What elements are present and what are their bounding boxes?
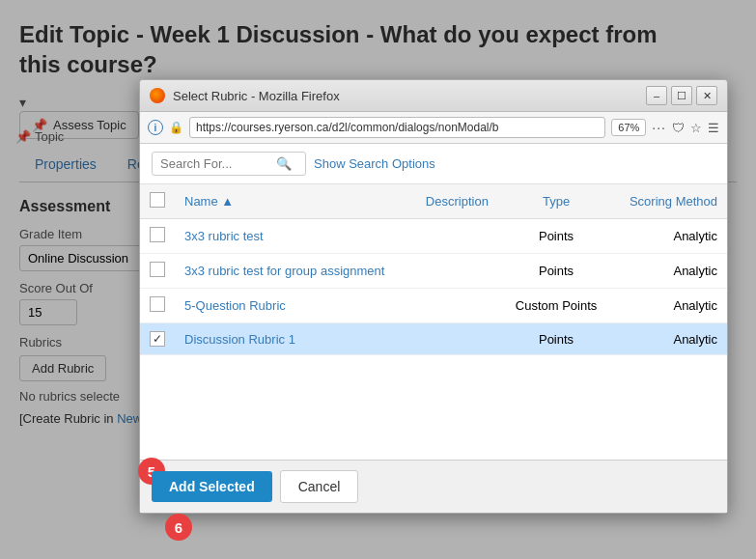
table-row: 3x3 rubric test for group assignment Poi…	[140, 254, 727, 289]
close-button[interactable]: ✕	[696, 86, 717, 105]
row4-checkbox[interactable]: ✓	[150, 331, 165, 347]
select-all-checkbox[interactable]	[150, 192, 165, 208]
row1-type-cell: Points	[501, 219, 610, 254]
firefox-logo-icon	[150, 88, 165, 103]
row3-desc-cell	[412, 289, 501, 323]
table-header-row: Name ▲ Description Type Scoring Method	[140, 184, 727, 219]
bookmark-icon[interactable]: ☆	[690, 121, 702, 135]
minimize-button[interactable]: –	[646, 86, 667, 105]
row4-scoring-cell: Analytic	[611, 323, 727, 355]
row1-check-cell	[140, 219, 175, 254]
show-search-options-link[interactable]: Show Search Options	[314, 156, 435, 171]
row3-name-link[interactable]: 5-Question Rubric	[184, 298, 286, 313]
row2-name-cell: 3x3 rubric test for group assignment	[175, 254, 412, 289]
description-col-header: Description	[412, 184, 501, 219]
row2-checkbox[interactable]	[150, 262, 165, 277]
rubric-table: Name ▲ Description Type Scoring Method 3…	[140, 184, 727, 460]
row4-name-link[interactable]: Discussion Rubric 1	[184, 332, 295, 347]
dialog-footer: 5 Add Selected 6 Cancel	[140, 460, 727, 513]
row4-check-cell: ✓	[140, 323, 175, 355]
shield-icon[interactable]: 🛡	[672, 121, 685, 135]
dialog-content: 🔍 Show Search Options Name ▲ Description…	[140, 144, 727, 460]
dialog-titlebar: Select Rubric - Mozilla Firefox – ☐ ✕	[140, 80, 727, 112]
select-rubric-dialog: Select Rubric - Mozilla Firefox – ☐ ✕ i …	[139, 79, 728, 514]
row2-scoring-cell: Analytic	[611, 254, 727, 289]
titlebar-controls: – ☐ ✕	[646, 86, 717, 105]
row2-type-cell: Points	[501, 254, 610, 289]
add-selected-container: 5 Add Selected 6	[152, 471, 272, 502]
table-row: 3x3 rubric test Points Analytic	[140, 219, 727, 254]
type-col-header: Type	[501, 184, 610, 219]
row1-name-cell: 3x3 rubric test	[175, 219, 412, 254]
row1-name-link[interactable]: 3x3 rubric test	[184, 229, 264, 243]
row3-type-cell: Custom Points	[501, 289, 610, 323]
menu-icon[interactable]: ☰	[708, 121, 719, 135]
maximize-button[interactable]: ☐	[671, 86, 692, 105]
add-selected-button[interactable]: Add Selected	[152, 471, 272, 502]
zoom-level[interactable]: 67%	[611, 119, 646, 136]
row1-desc-cell	[412, 219, 501, 254]
row2-desc-cell	[412, 254, 501, 289]
row3-checkbox[interactable]	[150, 296, 165, 312]
dialog-addressbar: i 🔒 https://courses.ryerson.ca/d2l/commo…	[140, 112, 727, 144]
row3-name-cell: 5-Question Rubric	[175, 289, 412, 323]
search-input[interactable]	[160, 156, 276, 171]
step-6-badge: 6	[165, 514, 192, 541]
row3-check-cell	[140, 289, 175, 323]
table-row: 5-Question Rubric Custom Points Analytic	[140, 289, 727, 323]
search-wrapper: 🔍	[152, 152, 306, 176]
cancel-button[interactable]: Cancel	[280, 470, 359, 503]
info-icon: i	[148, 120, 163, 135]
name-col-header[interactable]: Name ▲	[175, 184, 412, 219]
dialog-title: Select Rubric - Mozilla Firefox	[173, 89, 638, 103]
dialog-searchbar: 🔍 Show Search Options	[140, 144, 727, 184]
select-all-col	[140, 184, 175, 219]
row2-name-link[interactable]: 3x3 rubric test for group assignment	[184, 264, 384, 278]
lock-icon: 🔒	[169, 121, 183, 134]
row3-scoring-cell: Analytic	[611, 289, 727, 323]
row4-name-cell: Discussion Rubric 1	[175, 323, 412, 355]
row4-desc-cell	[412, 323, 501, 355]
row2-check-cell	[140, 254, 175, 289]
address-url[interactable]: https://courses.ryerson.ca/d2l/common/di…	[189, 117, 605, 138]
row1-checkbox[interactable]	[150, 227, 165, 242]
row4-type-cell: Points	[501, 323, 610, 355]
row1-scoring-cell: Analytic	[611, 219, 727, 254]
search-icon: 🔍	[276, 156, 292, 171]
more-options-icon[interactable]: ···	[652, 120, 666, 135]
scoring-col-header: Scoring Method	[611, 184, 727, 219]
table-row-selected: ✓ Discussion Rubric 1 Points Analytic	[140, 323, 727, 355]
